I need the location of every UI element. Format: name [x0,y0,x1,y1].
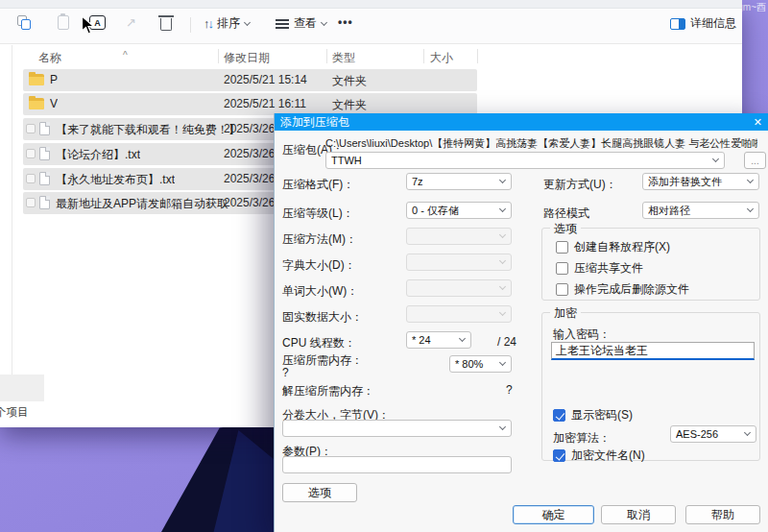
folder-icon [29,98,44,109]
more-icon: ••• [338,15,353,29]
folder-icon [29,74,44,85]
column-header-name[interactable]: 名称 [38,50,61,66]
column-header-type[interactable]: 类型 [332,50,355,66]
password-input[interactable]: 上老王论坛当老王 [551,342,755,360]
chevron-down-icon [321,18,327,25]
level-combo[interactable]: 0 - 仅存储 [406,202,512,219]
parameters-input[interactable] [282,456,512,473]
text-file-icon [39,147,50,160]
solid-size-label: 固实数据大小： [282,309,363,326]
details-pane-button[interactable]: 详细信息 [670,15,736,32]
encryption-method-combo[interactable]: AES-256 [670,425,756,443]
chevron-down-icon [499,359,506,366]
password-label: 输入密码： [553,326,611,343]
path-mode-value: 相对路径 [648,204,748,218]
chevron-down-icon [747,177,754,183]
memory-compress-label: 压缩所需内存： [282,352,363,369]
update-mode-label: 更新方式(U)： [543,177,617,193]
row-checkbox[interactable] [26,124,36,133]
path-mode-combo[interactable]: 相对路径 [642,202,759,219]
sort-button[interactable]: ↑↓ 排序 [204,15,250,32]
share-icon: ↗ [126,15,136,30]
more-options-button[interactable]: ••• [338,15,353,29]
view-button[interactable]: 查看 [276,15,326,32]
format-combo[interactable]: 7z [406,173,512,190]
toolbar-divider [190,17,191,33]
delete-button[interactable] [160,15,172,31]
help-button[interactable]: 帮助 [685,505,760,524]
file-type: 文件夹 [332,73,367,89]
update-mode-combo[interactable]: 添加并替换文件 [642,173,759,190]
chevron-down-icon [499,177,506,183]
file-date: 2025/3/26 [224,122,275,135]
scrollbar[interactable] [0,45,12,400]
file-name: 【论坛介绍】.txt [56,147,140,163]
file-date: 2025/3/26 [224,147,275,160]
chevron-down-icon [499,309,506,316]
checkbox-checked-icon [553,409,565,422]
options-button[interactable]: 选项 [282,483,357,502]
file-date: 2025/5/21 16:11 [224,97,306,110]
row-checkbox[interactable] [26,174,36,183]
view-list-icon [276,19,289,29]
file-name: 最新地址及APP请发邮箱自动获取！！！... [56,196,233,212]
archive-name-combo[interactable]: TTWH [325,152,725,169]
close-icon[interactable]: ✕ [754,116,762,129]
copy-button[interactable] [17,15,32,30]
archive-name-value: TTWH [331,155,713,166]
file-type: 文件夹 [332,97,367,113]
text-file-icon [39,172,50,185]
memory-percent-combo[interactable]: * 80% [449,355,512,373]
file-name: P [50,73,58,86]
chevron-down-icon [712,156,719,162]
table-row[interactable]: V 2025/5/21 16:11 文件夹 [23,93,477,115]
file-name: V [50,97,58,110]
item-count: 个项目 [0,405,29,420]
cpu-threads-max: / 24 [497,335,516,349]
file-name: 【永久地址发布页】.txt [56,172,175,188]
file-date: 2025/3/26 [224,196,275,209]
checkbox-show-password[interactable]: 显示密码(S) [553,407,633,423]
checkbox-icon [556,262,568,275]
checkbox-label: 操作完成后删除源文件 [574,281,689,298]
checkbox-delete-after[interactable]: 操作完成后删除源文件 [556,281,689,298]
row-checkbox[interactable] [26,149,36,158]
format-label: 压缩格式(F)： [282,177,354,193]
row-checkbox[interactable] [26,198,36,207]
cpu-threads-label: CPU 线程数： [282,335,356,351]
text-file-icon [39,122,50,135]
dialog-title-bar[interactable]: 添加到压缩包 ✕ [275,113,768,131]
browse-button[interactable]: ... [744,152,766,169]
details-label: 详细信息 [690,15,736,32]
encryption-method-value: AES-256 [676,428,745,440]
password-value: 上老王论坛当老王 [556,343,648,359]
text-file-icon [39,196,50,209]
encryption-group-title: 加密 [550,305,581,322]
checkbox-encrypt-filenames[interactable]: 加密文件名(N) [553,447,645,464]
checkbox-icon [556,241,568,254]
level-label: 压缩等级(L)： [282,206,354,222]
method-label: 压缩方法(M)： [282,231,357,248]
chevron-down-icon [747,206,754,212]
details-pane-icon [670,18,685,30]
cancel-button[interactable]: 取消 [601,505,676,524]
file-date: 2025/3/26 [224,172,275,185]
word-size-label: 单词大小(W)： [282,283,358,300]
tab-strip [0,0,742,9]
file-name: 【来了就能下载和观看！纯免费！】.txt [56,122,233,138]
archive-path: C:\Users\liuxi\Desktop\【推特网黄】高挑荡妻【索爱人妻】长… [325,136,757,151]
checkbox-create-sfx[interactable]: 创建自释放程序(X) [556,239,670,255]
share-button[interactable]: ↗ [126,15,136,30]
column-header-date[interactable]: 修改日期 [224,50,270,66]
method-combo [406,228,512,245]
ok-button[interactable]: 确定 [513,505,594,524]
volume-size-combo[interactable] [282,420,512,437]
cpu-threads-combo[interactable]: * 24 [406,331,471,349]
paste-button[interactable] [58,15,69,30]
sort-arrows-icon: ↑↓ [204,16,212,31]
column-header-size[interactable]: 大小 [430,50,453,66]
checkbox-compress-shared[interactable]: 压缩共享文件 [556,260,643,277]
dictionary-label: 字典大小(D)： [282,257,356,274]
table-row[interactable]: P 2025/5/21 15:14 文件夹 [23,69,477,91]
chevron-down-icon [744,429,751,436]
